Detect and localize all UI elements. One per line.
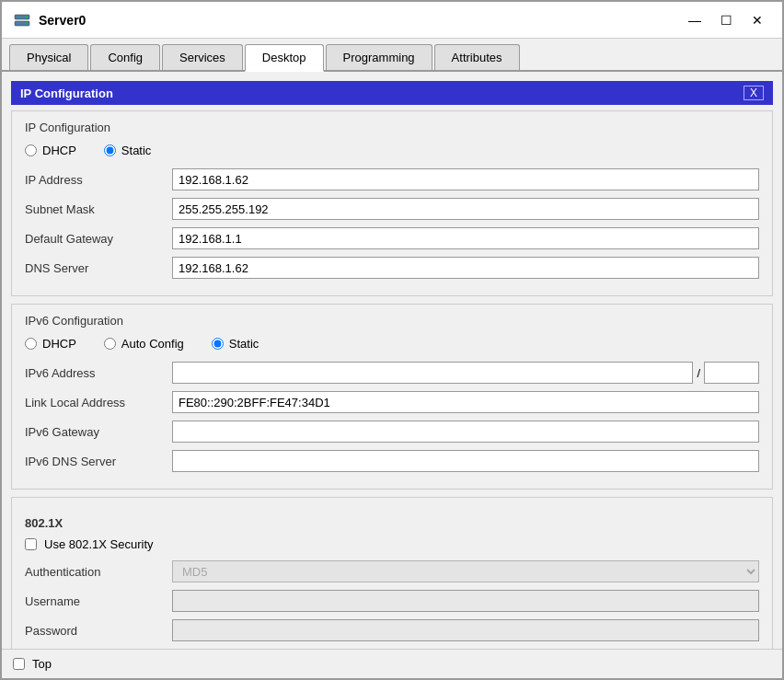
- subnet-mask-row: Subnet Mask: [25, 198, 759, 220]
- tab-services[interactable]: Services: [162, 44, 243, 70]
- ipv6-dns-row: IPv6 DNS Server: [25, 450, 759, 472]
- dns-server-row: DNS Server: [25, 257, 759, 279]
- ip-config-title: IP Configuration: [25, 121, 759, 134]
- dhcp-option[interactable]: DHCP: [25, 144, 76, 157]
- username-label: Username: [25, 594, 172, 608]
- username-row: Username: [25, 590, 759, 612]
- ipv6-config-panel: IPv6 Configuration DHCP Auto Config Stat…: [11, 304, 773, 490]
- dhcp-radio[interactable]: [25, 144, 37, 156]
- authentication-select[interactable]: MD5 SHA SHA256: [172, 560, 759, 582]
- ipv6-gateway-label: IPv6 Gateway: [25, 425, 172, 439]
- ipv6-config-title: IPv6 Configuration: [25, 314, 759, 328]
- authentication-row: Authentication MD5 SHA SHA256: [25, 560, 759, 582]
- static-radio[interactable]: [104, 144, 116, 156]
- ipv6-dhcp-radio[interactable]: [25, 338, 37, 350]
- ipv6-gateway-row: IPv6 Gateway: [25, 421, 759, 443]
- subnet-mask-label: Subnet Mask: [25, 202, 172, 216]
- top-checkbox[interactable]: [13, 658, 25, 670]
- tab-attributes[interactable]: Attributes: [434, 44, 520, 70]
- ip-address-row: IP Address: [25, 168, 759, 190]
- content-area: IP Configuration X IP Configuration DHCP…: [2, 72, 782, 649]
- ipv6-gateway-input[interactable]: [172, 421, 759, 443]
- tab-bar: Physical Config Services Desktop Program…: [2, 39, 782, 72]
- ipv6-prefix-input[interactable]: [704, 362, 759, 384]
- ipv6-address-label: IPv6 Address: [25, 366, 172, 380]
- ipv6-address-row: IPv6 Address /: [25, 362, 759, 384]
- default-gateway-label: Default Gateway: [25, 232, 172, 246]
- ip-mode-row: DHCP Static: [25, 144, 759, 157]
- ipv6-dns-input[interactable]: [172, 450, 759, 472]
- use-dot1x-checkbox[interactable]: [25, 538, 37, 550]
- link-local-label: Link Local Address: [25, 396, 172, 409]
- password-row: Password: [25, 619, 759, 641]
- authentication-label: Authentication: [25, 565, 172, 579]
- ipv6-static-radio[interactable]: [212, 338, 224, 350]
- default-gateway-row: Default Gateway: [25, 227, 759, 249]
- ipv6-dhcp-option[interactable]: DHCP: [25, 337, 76, 351]
- tab-config[interactable]: Config: [90, 44, 160, 70]
- ipv6-dns-label: IPv6 DNS Server: [25, 455, 172, 468]
- ipv6-autoconfig-radio[interactable]: [104, 338, 116, 350]
- server-icon: [13, 11, 31, 29]
- static-option[interactable]: Static: [104, 144, 152, 157]
- ip-address-label: IP Address: [25, 173, 172, 187]
- section-header: IP Configuration X: [11, 81, 773, 105]
- ip-address-input[interactable]: [172, 168, 759, 190]
- top-label[interactable]: Top: [32, 657, 52, 671]
- tab-programming[interactable]: Programming: [326, 44, 432, 70]
- use-dot1x-row: Use 802.1X Security: [25, 537, 759, 551]
- svg-point-2: [26, 16, 28, 17]
- section-close-button[interactable]: X: [744, 86, 764, 100]
- ipv6-autoconfig-option[interactable]: Auto Config: [104, 337, 184, 351]
- title-controls: — ☐ ✕: [681, 9, 771, 31]
- close-button[interactable]: ✕: [744, 9, 771, 31]
- password-label: Password: [25, 624, 172, 638]
- username-input[interactable]: [172, 590, 759, 612]
- window-title: Server0: [39, 13, 86, 28]
- tab-physical[interactable]: Physical: [9, 44, 88, 70]
- svg-point-3: [26, 22, 28, 24]
- tab-desktop[interactable]: Desktop: [245, 44, 324, 72]
- dns-server-input[interactable]: [172, 257, 759, 279]
- use-dot1x-label[interactable]: Use 802.1X Security: [44, 537, 154, 551]
- dot1x-title: 802.1X: [25, 516, 759, 530]
- link-local-input[interactable]: [172, 391, 759, 413]
- default-gateway-input[interactable]: [172, 227, 759, 249]
- ipv6-address-input[interactable]: [172, 362, 693, 384]
- title-bar: Server0 — ☐ ✕: [2, 2, 782, 39]
- ip-config-panel: IP Configuration DHCP Static IP Address: [11, 110, 773, 296]
- minimize-button[interactable]: —: [681, 9, 709, 31]
- dns-server-label: DNS Server: [25, 261, 172, 275]
- main-window: Server0 — ☐ ✕ Physical Config Services D…: [0, 0, 784, 680]
- ipv6-mode-row: DHCP Auto Config Static: [25, 337, 759, 351]
- link-local-row: Link Local Address: [25, 391, 759, 413]
- dot1x-panel: 802.1X Use 802.1X Security Authenticatio…: [11, 497, 773, 649]
- password-input[interactable]: [172, 619, 759, 641]
- bottom-bar: Top: [2, 649, 782, 678]
- maximize-button[interactable]: ☐: [712, 9, 740, 31]
- ipv6-static-option[interactable]: Static: [212, 337, 259, 351]
- ipv6-slash: /: [693, 366, 704, 380]
- subnet-mask-input[interactable]: [172, 198, 759, 220]
